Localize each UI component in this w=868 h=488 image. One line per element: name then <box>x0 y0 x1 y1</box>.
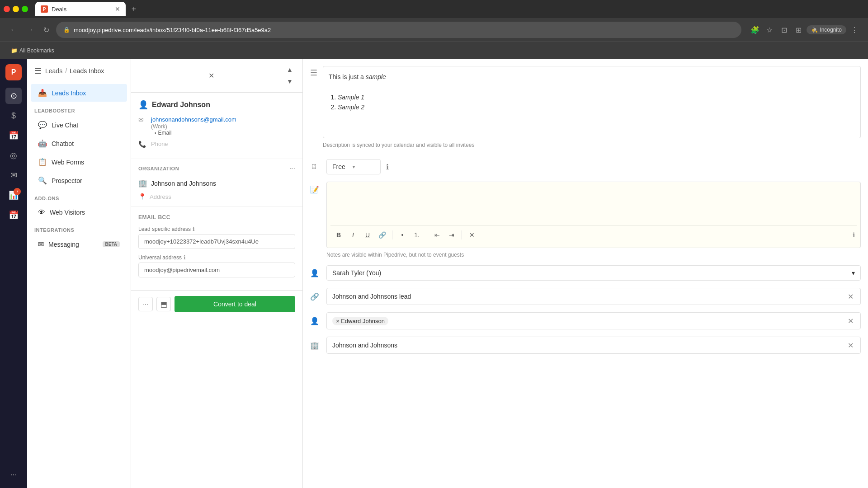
tab-search-btn[interactable]: ⊡ <box>778 23 790 36</box>
forward-btn[interactable]: → <box>24 23 36 36</box>
description-row: ☰ This is just a sample Sample 1 Sample … <box>310 66 861 155</box>
description-text-italic: sample <box>366 73 386 80</box>
breadcrumb-separator: / <box>65 67 67 75</box>
web-forms-icon: 📋 <box>38 158 47 166</box>
organization-more-btn[interactable]: ··· <box>289 164 295 173</box>
organizer-name: Sarah Tyler (You) <box>332 269 381 277</box>
linked-lead-icon: 🔗 <box>310 292 321 301</box>
clear-format-btn[interactable]: ✕ <box>466 229 478 241</box>
indent-btn[interactable]: ⇥ <box>445 229 458 241</box>
description-area[interactable]: This is just a sample Sample 1 Sample 2 <box>323 66 861 138</box>
refresh-btn[interactable]: ↻ <box>40 23 52 36</box>
linked-org-item: Johnson and Johnsons ✕ <box>326 337 861 354</box>
universal-address-info-icon[interactable]: ℹ <box>184 254 186 261</box>
split-screen-btn[interactable]: ⊞ <box>792 23 805 36</box>
deals-icon: $ <box>11 111 16 121</box>
bullet-list-btn[interactable]: • <box>396 229 409 241</box>
sidebar-item-prospector[interactable]: 🔍 Prospector <box>31 172 127 189</box>
sidebar-icon-activities[interactable]: 📅 <box>5 127 22 144</box>
toolbar-separator-3 <box>462 230 462 239</box>
sidebar-icon-home[interactable]: ⊙ <box>5 88 22 104</box>
scroll-up-btn[interactable]: ▲ <box>284 64 295 75</box>
notes-input[interactable] <box>330 186 857 222</box>
browser-tab-deals[interactable]: P Deals ✕ <box>35 2 126 16</box>
hamburger-icon[interactable]: ☰ <box>34 66 42 76</box>
sidebar-item-live-chat[interactable]: 💬 Live Chat <box>31 116 127 134</box>
sidebar-icon-calendar[interactable]: 📅 <box>5 207 22 223</box>
star-btn[interactable]: ☆ <box>763 23 776 36</box>
person-tag-label: × Edward Johnson <box>336 318 385 324</box>
sidebar-item-leads-inbox[interactable]: 📥 Leads Inbox <box>31 84 127 102</box>
bookmarks-folder[interactable]: 📁 All Bookmarks <box>7 46 58 56</box>
tab-close-btn[interactable]: ✕ <box>115 5 120 13</box>
numbered-list-btn[interactable]: 1. <box>410 229 423 241</box>
lead-address-info-icon[interactable]: ℹ <box>193 226 195 232</box>
lead-address-input[interactable] <box>138 234 295 249</box>
remove-linked-org-btn[interactable]: ✕ <box>846 341 855 350</box>
window-minimize-btn[interactable] <box>13 6 19 12</box>
link-btn[interactable]: 🔗 <box>376 229 388 241</box>
outdent-btn[interactable]: ⇤ <box>431 229 443 241</box>
convert-to-deal-btn[interactable]: Convert to deal <box>175 296 295 312</box>
bold-btn[interactable]: B <box>332 229 345 241</box>
close-panel-btn[interactable]: ✕ <box>205 69 218 82</box>
browser-menu-btn[interactable]: ⋮ <box>848 23 861 36</box>
tab-title: Deals <box>52 6 66 13</box>
busy-status-select[interactable]: Free ▾ <box>326 159 381 174</box>
notes-toolbar-info-icon[interactable]: ℹ <box>853 231 855 239</box>
window-close-btn[interactable] <box>4 6 10 12</box>
incognito-icon: 🕵 <box>811 27 818 33</box>
home-icon: ⊙ <box>10 91 17 101</box>
sidebar-icon-mail[interactable]: ✉ <box>5 167 22 183</box>
sidebar-item-label: Leads Inbox <box>52 89 86 97</box>
more-options-btn[interactable]: ··· <box>138 297 153 311</box>
sidebar-item-web-forms[interactable]: 📋 Web Forms <box>31 153 127 171</box>
url-display: moodjoy.pipedrive.com/leads/inbox/51f234… <box>74 27 271 33</box>
sidebar-icon-reports[interactable]: 📊 7 <box>5 187 22 203</box>
italic-btn[interactable]: I <box>347 229 359 241</box>
underline-btn[interactable]: U <box>361 229 374 241</box>
description-list-item-2: Sample 2 <box>338 103 364 111</box>
address-bar[interactable]: 🔒 moodjoy.pipedrive.com/leads/inbox/51f2… <box>56 22 741 38</box>
organizer-select[interactable]: Sarah Tyler (You) ▾ <box>326 265 861 281</box>
sidebar-item-prospector-label: Prospector <box>52 177 82 184</box>
sidebar-item-web-visitors[interactable]: 👁 Web Visitors <box>31 204 127 221</box>
activities-icon: 📅 <box>9 131 19 141</box>
email-link[interactable]: johnsonandohnsons@gmail.com <box>151 116 236 123</box>
sidebar-icon-deals[interactable]: $ <box>5 108 22 124</box>
breadcrumb-parent[interactable]: Leads <box>45 67 62 75</box>
location-icon: 📍 <box>138 193 146 200</box>
universal-address-label: Universal address ℹ <box>138 254 295 261</box>
universal-address-input[interactable] <box>138 263 295 277</box>
bookmarks-label: All Bookmarks <box>19 47 54 54</box>
org-name: Johnson and Johnsons <box>151 180 216 187</box>
extensions-btn[interactable]: 🧩 <box>749 23 761 36</box>
phone-row: 📞 Phone <box>138 140 295 148</box>
person-icon: 👤 <box>138 100 148 110</box>
remove-linked-lead-btn[interactable]: ✕ <box>846 292 855 301</box>
remove-linked-person-btn[interactable]: ✕ <box>846 316 855 325</box>
app-logo[interactable]: P <box>5 64 22 80</box>
scroll-down-btn[interactable]: ▼ <box>284 76 295 87</box>
back-btn[interactable]: ← <box>7 23 20 36</box>
toolbar-separator-2 <box>427 230 427 239</box>
new-tab-btn[interactable]: + <box>127 3 140 15</box>
sidebar-item-chatbot[interactable]: 🤖 Chatbot <box>31 135 127 152</box>
window-maximize-btn[interactable] <box>22 6 28 12</box>
web-visitors-icon: 👁 <box>38 208 45 216</box>
sidebar-item-chatbot-label: Chatbot <box>52 140 74 147</box>
busy-status-info-icon[interactable]: ℹ <box>386 163 389 171</box>
notes-visibility-note: Notes are visible within Pipedrive, but … <box>326 252 861 258</box>
sidebar-item-messaging[interactable]: ✉ Messaging BETA <box>31 235 127 253</box>
sidebar-icon-more[interactable]: ··· <box>5 466 22 483</box>
description-text-prefix: This is just a <box>329 73 366 80</box>
email-type: (Work) <box>151 123 295 130</box>
busy-status-arrow: ▾ <box>353 164 355 169</box>
address-placeholder: Address <box>150 193 171 200</box>
phone-icon: 📞 <box>138 141 147 148</box>
leads-icon: ◎ <box>10 150 17 160</box>
archive-btn[interactable]: ⬒ <box>156 297 171 311</box>
sidebar-icon-leads[interactable]: ◎ <box>5 147 22 164</box>
linked-person-item: × Edward Johnson ✕ <box>326 312 861 329</box>
calendar-icon: 📅 <box>9 210 19 220</box>
